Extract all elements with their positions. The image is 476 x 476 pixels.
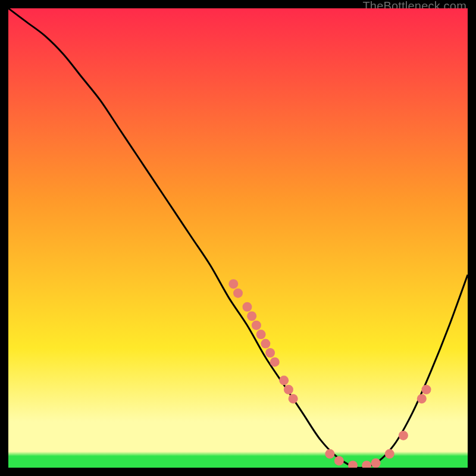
svg-rect-0: [8, 8, 468, 468]
chart-frame: TheBottleneck.com: [8, 8, 468, 468]
background-gradient: [8, 8, 468, 468]
